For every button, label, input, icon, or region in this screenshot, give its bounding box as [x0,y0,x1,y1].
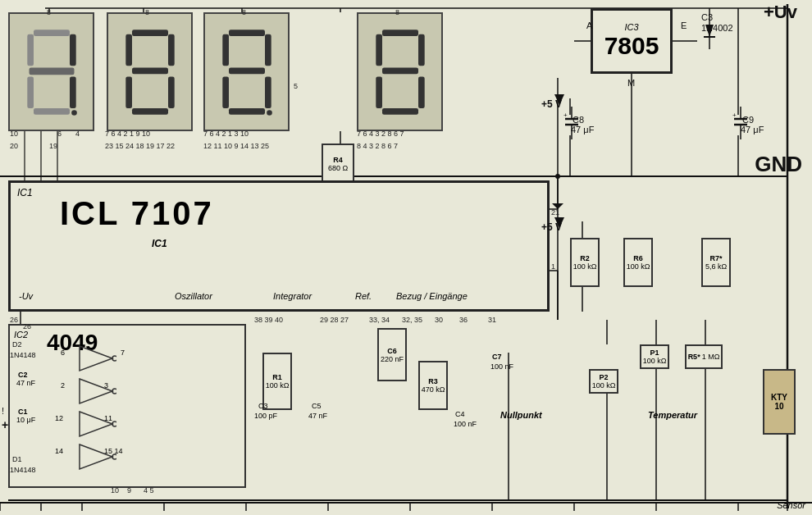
ic2-p2: 2 [61,381,65,390]
c4-value: 100 nF [454,420,477,428]
ic2-buffer3 [75,408,116,440]
ic2-pin-9: 9 [127,486,131,494]
ic1-pin-38-40: 38 39 40 [254,316,283,324]
ic1-pin-29-27: 29 28 27 [320,316,349,324]
ic3-small-label: IC3 [624,22,638,32]
r6-value: 100 kΩ [627,262,650,271]
d1-pin-top: 8 [47,8,51,16]
arrow-5v [551,90,568,107]
ic2-p14: 14 [55,447,63,455]
p2-component: P2 100 kΩ [589,369,618,394]
svg-text:+: + [732,112,737,119]
d2-pins-extra: 23 15 24 18 19 17 22 [105,142,175,150]
plus-uv-label: +Uv [764,2,797,23]
d3-pin-5: 5 [294,82,298,90]
d4-pin-top: 8 [395,8,399,16]
d4-pins-bottom: 7 6 4 3 2 8 6 7 [357,130,404,138]
d1-pin-10: 10 [10,130,18,138]
p2-label: P2 [599,373,608,381]
svg-rect-40 [29,67,74,75]
ic1-bezug: Bezug / Eingänge [396,291,468,301]
ic2-p15: 15 14 [104,447,123,455]
svg-rect-68 [418,34,425,66]
p1-label: P1 [650,349,659,357]
ic2-p11: 11 [104,414,112,422]
ic1-large-label: ICL 7107 [60,195,214,232]
plus-sign: + [2,418,8,431]
r6-label: R6 [633,254,643,262]
d3-pins-bottom: 7 6 4 2 1 3 10 [203,130,249,138]
ic2-p12: 12 [55,414,63,422]
c6-value: 220 nF [381,355,404,363]
p1-component: P1 100 kΩ [640,344,669,369]
ic2-component: IC2 4049 6 7 2 3 12 11 14 15 14 C2 [8,324,246,488]
ic1-detected-label: IC1 [152,238,167,249]
ic3-pin-e: E [681,21,687,30]
ic2-c1-value: 10 μF [16,416,35,424]
d1-pin-4: 4 [75,130,80,138]
ic1-pin-32-35: 32, 35 [402,316,422,324]
ic3-component: IC3 7805 [591,8,673,74]
d2-pins-bottom: 7 6 4 2 1 9 10 [105,130,150,138]
c3-diode [697,8,722,49]
svg-marker-71 [705,25,714,37]
p2-value: 100 kΩ [592,381,616,390]
ic1-oszillator: Oszillator [175,291,212,301]
arrow-5v-2 [551,213,568,230]
ic2-pin-4-5: 4 5 [144,486,154,494]
ic1-pin-30: 30 [435,316,443,324]
r1-value: 100 kΩ [266,381,290,390]
r6-component: R6 100 kΩ [623,238,653,287]
c4-label: C4 [455,410,465,418]
svg-marker-92 [554,217,564,228]
ic1-pin-26: 26 [10,316,18,324]
d4-pins-extra: 8 4 3 2 8 6 7 [357,142,398,150]
svg-rect-63 [382,30,418,36]
c5-value: 47 nF [308,412,327,420]
r5-label: R5* [688,353,700,361]
d3-pins-extra: 12 11 10 9 14 13 25 [203,142,269,150]
r2-value: 100 kΩ [573,262,597,271]
ic2-p3: 3 [104,381,108,390]
c3-100pf-value: 100 pF [254,412,277,420]
c8-symbol: + [563,107,580,139]
ic1-minus-uv: -Uv [19,291,33,301]
ic1-pin-36: 36 [459,316,468,324]
svg-rect-46 [34,108,70,115]
ic2-c2-value: 47 nF [16,379,35,387]
ic2-buffer4 [75,440,116,473]
svg-point-47 [71,110,77,116]
r2-label: R2 [580,254,590,262]
svg-rect-44 [70,76,76,108]
ic1-box: IC1 ICL 7107 -Uv Oszillator Integrator R… [8,180,550,312]
ic2-buffer1 [75,342,116,375]
svg-marker-84 [80,346,112,371]
svg-rect-59 [222,76,229,108]
svg-point-28 [555,174,560,179]
r3-label: R3 [428,377,438,385]
svg-rect-57 [229,108,265,115]
c6-label: C6 [387,347,397,355]
svg-rect-41 [27,34,34,66]
ic3-large-label: 7805 [604,32,659,60]
r2-component: R2 100 kΩ [570,238,600,287]
r7-label: R7* [709,254,722,262]
svg-rect-56 [229,67,265,74]
ic2-c1-label: C1 [18,408,28,416]
ic2-buffer2 [75,375,116,408]
c6-component: C6 220 nF [377,328,407,381]
r5-value: 1 MΩ [702,353,720,361]
svg-rect-60 [265,34,271,66]
ic1-pin-31: 31 [488,316,496,324]
d1-pin-19: 19 [49,142,57,150]
svg-rect-51 [125,34,132,66]
circuit-schematic: +Uv GND 10 6 4 20 19 8 [0,0,812,515]
svg-rect-48 [132,30,168,36]
gnd-label: GND [755,152,802,177]
ic2-small-label: IC2 [14,330,28,340]
svg-rect-49 [132,67,168,74]
svg-point-62 [267,110,272,116]
temperatur-label: Temperatur [648,410,697,420]
d1-pin-20: 20 [10,142,18,150]
sensor-text: KTY 10 [771,393,787,411]
